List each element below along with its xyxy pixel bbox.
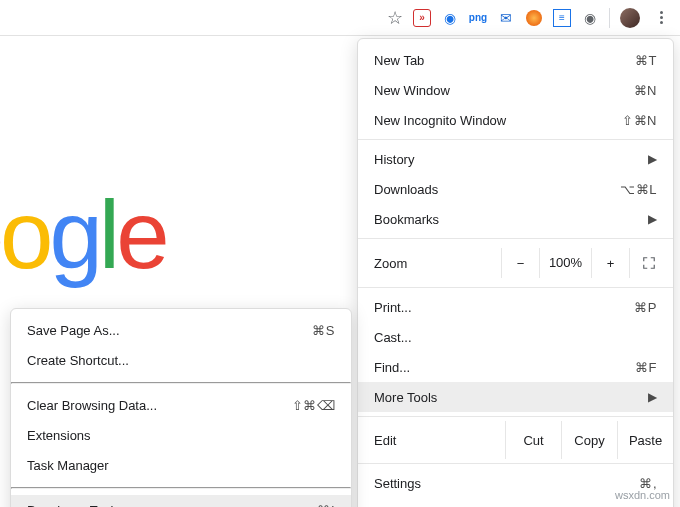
submenu-create-shortcut[interactable]: Create Shortcut... bbox=[11, 345, 351, 375]
submenu-task-manager[interactable]: Task Manager bbox=[11, 450, 351, 480]
menu-label: Developer Tools bbox=[27, 503, 302, 508]
zoom-in-button[interactable]: + bbox=[591, 248, 629, 278]
google-logo: Google bbox=[0, 180, 166, 290]
extension-icon-1[interactable]: » bbox=[413, 9, 431, 27]
edit-cut-button[interactable]: Cut bbox=[505, 421, 561, 459]
bookmark-star-icon[interactable]: ☆ bbox=[387, 7, 403, 29]
menu-shortcut: ⌘P bbox=[634, 300, 657, 315]
menu-shortcut: ⌘N bbox=[634, 83, 657, 98]
toolbar: ☆ » ◉ png ✉ ≡ ◉ bbox=[0, 0, 680, 36]
extension-icon-7[interactable]: ◉ bbox=[581, 9, 599, 27]
chrome-main-menu: New Tab ⌘T New Window ⌘N New Incognito W… bbox=[357, 38, 674, 507]
zoom-value: 100% bbox=[539, 248, 591, 278]
menu-zoom-row: Zoom − 100% + bbox=[358, 243, 673, 283]
menu-history[interactable]: History ▶ bbox=[358, 144, 673, 174]
menu-downloads[interactable]: Downloads ⌥⌘L bbox=[358, 174, 673, 204]
zoom-label: Zoom bbox=[374, 256, 501, 271]
menu-shortcut: ⌥⌘I bbox=[302, 503, 335, 508]
menu-shortcut: ⌘T bbox=[635, 53, 657, 68]
menu-label: New Tab bbox=[374, 53, 635, 68]
edit-paste-button[interactable]: Paste bbox=[617, 421, 673, 459]
menu-new-incognito[interactable]: New Incognito Window ⇧⌘N bbox=[358, 105, 673, 135]
fullscreen-button[interactable] bbox=[629, 248, 667, 278]
menu-new-tab[interactable]: New Tab ⌘T bbox=[358, 45, 673, 75]
menu-edit-row: Edit Cut Copy Paste bbox=[358, 421, 673, 459]
menu-shortcut: ⌘F bbox=[635, 360, 657, 375]
menu-label: History bbox=[374, 152, 640, 167]
extension-icon-5[interactable] bbox=[525, 9, 543, 27]
menu-label: Create Shortcut... bbox=[27, 353, 335, 368]
menu-label: Print... bbox=[374, 300, 634, 315]
menu-label: Downloads bbox=[374, 182, 620, 197]
submenu-arrow-icon: ▶ bbox=[648, 390, 657, 404]
menu-label: Extensions bbox=[27, 428, 335, 443]
menu-label: Task Manager bbox=[27, 458, 335, 473]
menu-label: New Incognito Window bbox=[374, 113, 622, 128]
menu-label: Find... bbox=[374, 360, 635, 375]
menu-shortcut: ⌘S bbox=[312, 323, 335, 338]
edit-copy-button[interactable]: Copy bbox=[561, 421, 617, 459]
submenu-extensions[interactable]: Extensions bbox=[11, 420, 351, 450]
profile-avatar[interactable] bbox=[620, 8, 640, 28]
chrome-menu-button[interactable] bbox=[650, 7, 672, 29]
submenu-save-page[interactable]: Save Page As... ⌘S bbox=[11, 315, 351, 345]
menu-new-window[interactable]: New Window ⌘N bbox=[358, 75, 673, 105]
menu-shortcut: ⇧⌘⌫ bbox=[292, 398, 336, 413]
menu-more-tools[interactable]: More Tools ▶ bbox=[358, 382, 673, 412]
extension-icon-4[interactable]: ✉ bbox=[497, 9, 515, 27]
menu-cast[interactable]: Cast... bbox=[358, 322, 673, 352]
menu-bookmarks[interactable]: Bookmarks ▶ bbox=[358, 204, 673, 234]
extension-icon-6[interactable]: ≡ bbox=[553, 9, 571, 27]
fullscreen-icon bbox=[642, 256, 656, 270]
watermark: wsxdn.com bbox=[615, 489, 670, 501]
browser-window: ☆ » ◉ png ✉ ≡ ◉ Google New Tab ⌘T New Wi… bbox=[0, 0, 680, 507]
submenu-clear-browsing-data[interactable]: Clear Browsing Data... ⇧⌘⌫ bbox=[11, 390, 351, 420]
menu-label: More Tools bbox=[374, 390, 640, 405]
more-tools-submenu: Save Page As... ⌘S Create Shortcut... Cl… bbox=[10, 308, 352, 507]
submenu-arrow-icon: ▶ bbox=[648, 152, 657, 166]
submenu-developer-tools[interactable]: Developer Tools ⌥⌘I bbox=[11, 495, 351, 507]
menu-shortcut: ⇧⌘N bbox=[622, 113, 657, 128]
menu-find[interactable]: Find... ⌘F bbox=[358, 352, 673, 382]
zoom-out-button[interactable]: − bbox=[501, 248, 539, 278]
menu-print[interactable]: Print... ⌘P bbox=[358, 292, 673, 322]
menu-label: Settings bbox=[374, 476, 639, 491]
edit-label: Edit bbox=[374, 433, 505, 448]
extension-icon-2[interactable]: ◉ bbox=[441, 9, 459, 27]
submenu-arrow-icon: ▶ bbox=[648, 212, 657, 226]
menu-shortcut: ⌥⌘L bbox=[620, 182, 657, 197]
menu-label: Save Page As... bbox=[27, 323, 312, 338]
toolbar-divider bbox=[609, 8, 610, 28]
menu-label: New Window bbox=[374, 83, 634, 98]
extension-icon-3[interactable]: png bbox=[469, 9, 487, 27]
menu-label: Cast... bbox=[374, 330, 657, 345]
menu-label: Bookmarks bbox=[374, 212, 640, 227]
menu-label: Clear Browsing Data... bbox=[27, 398, 292, 413]
